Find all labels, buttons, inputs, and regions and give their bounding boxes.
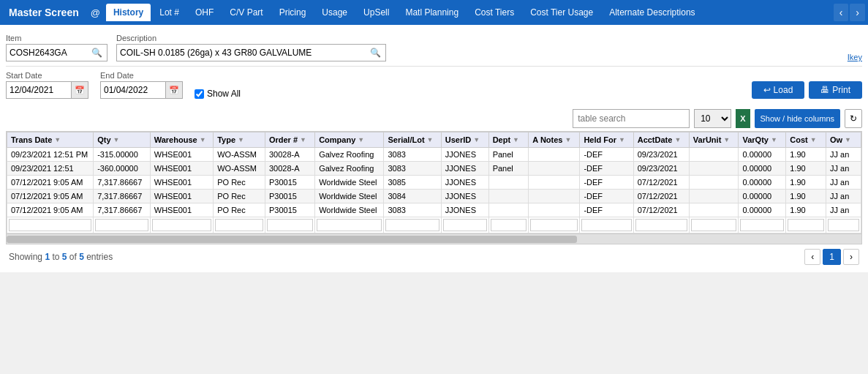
col-header-acct_date[interactable]: AcctDate▼ bbox=[633, 132, 689, 148]
cell-held_for: -DEF bbox=[580, 190, 633, 203]
col-header-var_unit[interactable]: VarUnit▼ bbox=[689, 132, 739, 148]
col-header-warehouse[interactable]: Warehouse▼ bbox=[150, 132, 213, 148]
date-row: Start Date 📅 End Date 📅 Show All bbox=[6, 66, 862, 106]
table-search-input[interactable] bbox=[573, 109, 690, 128]
nav-tab-history[interactable]: History bbox=[106, 4, 151, 21]
prev-page-button[interactable]: ‹ bbox=[804, 249, 820, 265]
col-search-serial_lot[interactable] bbox=[385, 219, 439, 231]
cell-dept: Panel bbox=[488, 162, 529, 176]
nav-next-arrow[interactable]: › bbox=[850, 4, 865, 21]
cell-own: JJ an bbox=[826, 203, 861, 217]
table-row[interactable]: 09/23/2021 12:51 PM-315.00000WHSE001WO-A… bbox=[7, 148, 861, 162]
col-header-user_id[interactable]: UserID▼ bbox=[441, 132, 488, 148]
col-search-qty[interactable] bbox=[95, 219, 148, 231]
col-search-type[interactable] bbox=[215, 219, 263, 231]
end-date-input[interactable] bbox=[104, 85, 162, 95]
print-button[interactable]: 🖶 Print bbox=[809, 81, 862, 99]
col-search-warehouse[interactable] bbox=[152, 219, 211, 231]
data-table-wrap: Trans Date▼Qty▼Warehouse▼Type▼Order #▼Co… bbox=[6, 131, 862, 234]
cell-serial_lot: 3083 bbox=[384, 203, 441, 217]
col-header-a_notes[interactable]: A Notes▼ bbox=[529, 132, 580, 148]
col-header-own[interactable]: Ow▼ bbox=[826, 132, 861, 148]
col-header-dept[interactable]: Dept▼ bbox=[488, 132, 529, 148]
print-label: Print bbox=[832, 85, 850, 95]
start-date-input[interactable] bbox=[10, 85, 68, 95]
table-row[interactable]: 07/12/2021 9:05 AM7,317.86667WHSE001PO R… bbox=[7, 176, 861, 190]
col-search-cost[interactable] bbox=[788, 219, 824, 231]
nav-tab-c/v-part[interactable]: C/V Part bbox=[222, 4, 270, 21]
nav-tab-pricing[interactable]: Pricing bbox=[272, 4, 314, 21]
col-header-qty[interactable]: Qty▼ bbox=[94, 132, 151, 148]
nav-tab-lot-num[interactable]: Lot # bbox=[152, 4, 186, 21]
col-search-dept[interactable] bbox=[491, 219, 527, 231]
cell-var_unit bbox=[689, 203, 739, 217]
page-size-select[interactable]: 10 25 50 100 bbox=[694, 109, 731, 128]
col-search-own[interactable] bbox=[828, 219, 859, 231]
col-search-a_notes[interactable] bbox=[530, 219, 578, 231]
col-search-var_qty[interactable] bbox=[740, 219, 784, 231]
col-header-held_for[interactable]: Held For▼ bbox=[580, 132, 633, 148]
col-search-held_for[interactable] bbox=[581, 219, 631, 231]
cell-cost: 1.90 bbox=[786, 190, 826, 203]
col-header-cost[interactable]: Cost▼ bbox=[786, 132, 826, 148]
col-search-order_num[interactable] bbox=[267, 219, 313, 231]
end-date-calendar-button[interactable]: 📅 bbox=[166, 81, 183, 99]
refresh-button[interactable]: ↻ bbox=[845, 109, 862, 128]
showing-text: Showing 1 to 5 of 5 entries bbox=[9, 252, 113, 262]
end-date-group: End Date 📅 bbox=[100, 71, 183, 99]
nav-tab-cost-tiers[interactable]: Cost Tiers bbox=[467, 4, 521, 21]
start-date-calendar-button[interactable]: 📅 bbox=[72, 81, 88, 99]
col-search-user_id[interactable] bbox=[443, 219, 487, 231]
table-row[interactable]: 09/23/2021 12:51-360.00000WHSE001WO-ASSM… bbox=[7, 162, 861, 176]
description-field-group: Description 🔍 bbox=[116, 34, 386, 61]
pagination: ‹ 1 › bbox=[804, 249, 859, 265]
cell-warehouse: WHSE001 bbox=[150, 148, 213, 162]
nav-tab-cost-tier-usage[interactable]: Cost Tier Usage bbox=[523, 4, 600, 21]
show-hide-columns-button[interactable]: Show / hide columns bbox=[755, 109, 841, 128]
sort-icon-trans_date: ▼ bbox=[54, 136, 61, 143]
next-page-button[interactable]: › bbox=[843, 249, 859, 265]
search-filter-row bbox=[7, 217, 861, 233]
col-header-company[interactable]: Company▼ bbox=[315, 132, 384, 148]
item-input[interactable] bbox=[10, 48, 90, 58]
cell-var_qty: 0.00000 bbox=[739, 148, 786, 162]
nav-tab-alternate-descriptions[interactable]: Alternate Descriptions bbox=[602, 4, 702, 21]
cell-qty: -360.00000 bbox=[94, 162, 151, 176]
col-header-var_qty[interactable]: VarQty▼ bbox=[739, 132, 786, 148]
item-search-button[interactable]: 🔍 bbox=[90, 48, 104, 58]
col-header-trans_date[interactable]: Trans Date▼ bbox=[7, 132, 94, 148]
table-row[interactable]: 07/12/2021 9:05 AM7,317.86667WHSE001PO R… bbox=[7, 203, 861, 217]
page-1-button[interactable]: 1 bbox=[823, 249, 841, 265]
col-header-order_num[interactable]: Order #▼ bbox=[265, 132, 314, 148]
description-input[interactable] bbox=[120, 48, 369, 58]
cell-a_notes bbox=[529, 190, 580, 203]
description-search-button[interactable]: 🔍 bbox=[369, 48, 382, 58]
col-search-trans_date[interactable] bbox=[9, 219, 91, 231]
cell-a_notes bbox=[529, 148, 580, 162]
col-header-serial_lot[interactable]: Serial/Lot▼ bbox=[384, 132, 441, 148]
col-search-acct_date[interactable] bbox=[635, 219, 687, 231]
cell-company: Worldwide Steel bbox=[315, 190, 384, 203]
cell-user_id: JJONES bbox=[441, 190, 488, 203]
nav-prev-arrow[interactable]: ‹ bbox=[834, 4, 849, 21]
table-row[interactable]: 07/12/2021 9:05 AM7,317.86667WHSE001PO R… bbox=[7, 190, 861, 203]
horizontal-scrollbar[interactable] bbox=[6, 234, 862, 244]
col-label-trans_date: Trans Date bbox=[11, 135, 52, 144]
cell-warehouse: WHSE001 bbox=[150, 190, 213, 203]
excel-export-button[interactable]: X bbox=[736, 109, 750, 128]
col-header-type[interactable]: Type▼ bbox=[214, 132, 265, 148]
start-date-group: Start Date 📅 bbox=[6, 71, 88, 99]
col-search-company[interactable] bbox=[317, 219, 382, 231]
nav-tab-usage[interactable]: Usage bbox=[314, 4, 355, 21]
cell-acct_date: 07/12/2021 bbox=[633, 190, 689, 203]
nav-tab-upsell[interactable]: UpSell bbox=[356, 4, 396, 21]
sort-icon-held_for: ▼ bbox=[619, 136, 625, 143]
col-search-var_unit[interactable] bbox=[691, 219, 737, 231]
at-button[interactable]: @ bbox=[86, 4, 105, 21]
nav-tab-matl-planning[interactable]: Matl Planning bbox=[398, 4, 466, 21]
app-title: Master Screen bbox=[3, 4, 85, 21]
load-button[interactable]: ↩ Load bbox=[752, 81, 805, 99]
nav-tab-ohf[interactable]: OHF bbox=[188, 4, 221, 21]
show-all-checkbox[interactable] bbox=[195, 89, 204, 99]
ikey-link[interactable]: Ikey bbox=[848, 53, 862, 61]
